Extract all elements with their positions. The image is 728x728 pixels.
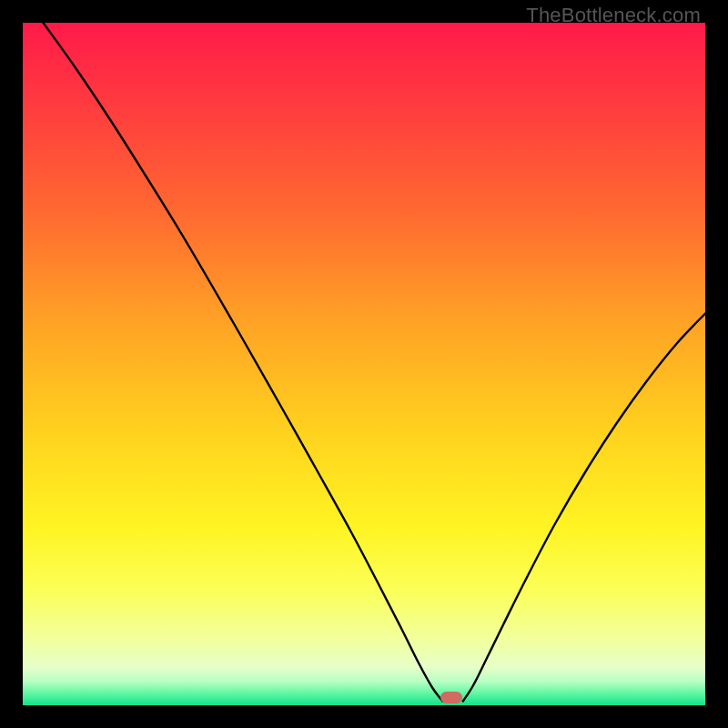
bottleneck-curve xyxy=(23,23,705,705)
curve-left-branch xyxy=(44,23,443,702)
curve-right-branch xyxy=(463,314,705,702)
chart-frame: TheBottleneck.com xyxy=(0,0,728,728)
optimal-point-marker xyxy=(440,692,463,703)
plot-area xyxy=(23,23,705,705)
